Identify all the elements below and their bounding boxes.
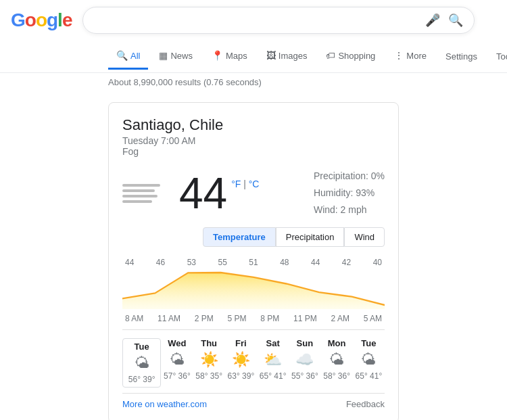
time-label-2: 2 PM bbox=[195, 314, 214, 323]
chart-label-6: 44 bbox=[311, 258, 320, 267]
nav-item-news[interactable]: ▦ News bbox=[151, 43, 201, 70]
nav-label-shopping: Shopping bbox=[338, 51, 375, 61]
chart-container: 44 46 53 55 51 48 44 42 40 bbox=[122, 258, 385, 319]
google-logo: Google bbox=[11, 9, 72, 31]
unit-f-link[interactable]: °F bbox=[231, 179, 241, 189]
wind-detail: Wind: 2 mph bbox=[314, 202, 385, 218]
time-label-3: 5 PM bbox=[228, 314, 247, 323]
time-label-5: 11 PM bbox=[293, 314, 317, 323]
day-temps-0: 56° 39° bbox=[128, 375, 155, 384]
chart-label-8: 40 bbox=[373, 258, 382, 267]
maps-icon: 📍 bbox=[212, 50, 223, 61]
chart-label-3: 55 bbox=[218, 258, 226, 267]
tools-label: Tools bbox=[496, 51, 507, 62]
day-icon-2: ☀️ bbox=[200, 351, 218, 369]
day-icon-6: 🌤 bbox=[329, 351, 344, 369]
time-label-4: 8 PM bbox=[260, 314, 279, 323]
temperature-display: 44 °F | °C bbox=[179, 172, 259, 215]
tab-precipitation[interactable]: Precipitation bbox=[276, 227, 345, 247]
day-item-2[interactable]: Thu ☀️ 58° 35° bbox=[193, 338, 225, 388]
more-icon: ⋮ bbox=[394, 50, 404, 61]
nav-label-more: More bbox=[406, 51, 427, 61]
nav-item-images[interactable]: 🖼 Images bbox=[258, 43, 316, 70]
nav-item-settings[interactable]: Settings bbox=[437, 45, 485, 68]
fog-line-4 bbox=[122, 200, 152, 203]
city-name: Santiago, Chile bbox=[122, 116, 385, 134]
day-item-0[interactable]: Tue 🌤 56° 39° bbox=[122, 338, 161, 388]
weather-card: Santiago, Chile Tuesday 7:00 AM Fog 44 °… bbox=[108, 102, 399, 420]
day-name-1: Wed bbox=[168, 338, 186, 348]
day-temps-5: 55° 36° bbox=[291, 371, 318, 381]
condition: Fog bbox=[122, 146, 385, 157]
day-name-3: Fri bbox=[235, 338, 247, 348]
day-temps-4: 65° 41° bbox=[260, 371, 287, 381]
nav-right: Settings Tools bbox=[437, 45, 507, 68]
nav-item-all[interactable]: 🔍 All bbox=[108, 43, 148, 70]
chart-label-4: 51 bbox=[249, 258, 258, 267]
time-label-0: 8 AM bbox=[125, 314, 143, 323]
chart-label-5: 48 bbox=[280, 258, 289, 267]
svg-marker-0 bbox=[122, 273, 385, 309]
day-item-4[interactable]: Sat ⛅ 65° 41° bbox=[257, 338, 289, 388]
chart-label-0: 44 bbox=[125, 258, 134, 267]
time-label-7: 5 AM bbox=[364, 314, 382, 323]
images-icon: 🖼 bbox=[266, 50, 276, 61]
day-item-7[interactable]: Tue 🌤 65° 41° bbox=[353, 338, 385, 388]
day-item-6[interactable]: Mon 🌤 58° 36° bbox=[321, 338, 353, 388]
chart-temp-labels: 44 46 53 55 51 48 44 42 40 bbox=[122, 258, 385, 267]
nav-label-news: News bbox=[170, 51, 193, 61]
feedback-link[interactable]: Feedback bbox=[346, 399, 385, 409]
humidity-detail: Humidity: 93% bbox=[314, 185, 385, 202]
tab-temperature[interactable]: Temperature bbox=[203, 227, 276, 247]
nav-item-maps[interactable]: 📍 Maps bbox=[203, 43, 256, 70]
weather-footer: More on weather.com Feedback bbox=[122, 393, 385, 409]
more-weather-link[interactable]: More on weather.com bbox=[122, 399, 207, 409]
fog-line-1 bbox=[122, 184, 160, 187]
nav-item-more[interactable]: ⋮ More bbox=[386, 43, 435, 70]
unit-c-link[interactable]: °C bbox=[249, 179, 260, 189]
mic-icon[interactable]: 🎤 bbox=[425, 13, 440, 28]
day-item-1[interactable]: Wed 🌤 57° 36° bbox=[161, 338, 193, 388]
search-icons: 🎤 🔍 bbox=[425, 13, 463, 28]
day-icon-0: 🌤 bbox=[135, 354, 149, 372]
day-temps-1: 57° 36° bbox=[164, 371, 191, 381]
day-name-0: Tue bbox=[135, 342, 149, 352]
nav-label-all: All bbox=[130, 51, 140, 61]
fog-icon bbox=[122, 184, 160, 203]
day-name-4: Sat bbox=[266, 338, 280, 348]
settings-label: Settings bbox=[445, 51, 477, 62]
day-item-3[interactable]: Fri ☀️ 63° 39° bbox=[225, 338, 257, 388]
day-icon-5: ☁️ bbox=[295, 351, 314, 369]
chart-label-2: 53 bbox=[187, 258, 196, 267]
day-temps-3: 63° 39° bbox=[228, 371, 255, 381]
search-icon[interactable]: 🔍 bbox=[448, 13, 463, 28]
time-label-6: 2 AM bbox=[331, 314, 349, 323]
weather-details: Precipitation: 0% Humidity: 93% Wind: 2 … bbox=[314, 168, 385, 219]
news-icon: ▦ bbox=[159, 50, 168, 61]
temp-row: 44 °F | °C Precipitation: 0% Humidity: 9… bbox=[122, 168, 385, 219]
day-name-2: Thu bbox=[201, 338, 217, 348]
tab-wind[interactable]: Wind bbox=[344, 227, 385, 247]
day-name-5: Sun bbox=[297, 338, 314, 348]
precipitation-detail: Precipitation: 0% bbox=[314, 168, 385, 185]
search-input[interactable]: weather santiago de chile bbox=[94, 14, 425, 26]
day-icon-7: 🌤 bbox=[361, 351, 376, 369]
day-icon-4: ⛅ bbox=[264, 351, 282, 369]
shopping-icon: 🏷 bbox=[326, 50, 335, 61]
chart-label-1: 46 bbox=[156, 258, 165, 267]
nav-item-shopping[interactable]: 🏷 Shopping bbox=[318, 43, 383, 70]
day-item-5[interactable]: Sun ☁️ 55° 36° bbox=[289, 338, 320, 388]
fog-line-2 bbox=[122, 189, 155, 192]
search-bar: weather santiago de chile 🎤 🔍 bbox=[82, 7, 475, 34]
nav-item-tools[interactable]: Tools bbox=[488, 45, 507, 68]
day-name-7: Tue bbox=[361, 338, 376, 348]
all-icon: 🔍 bbox=[116, 50, 128, 61]
header: Google weather santiago de chile 🎤 🔍 bbox=[0, 0, 507, 41]
day-temps-2: 58° 35° bbox=[195, 371, 222, 381]
nav-label-images: Images bbox=[279, 51, 308, 61]
fog-line-3 bbox=[122, 195, 158, 197]
date-time: Tuesday 7:00 AM bbox=[122, 135, 385, 146]
chart-tabs: Temperature Precipitation Wind bbox=[122, 227, 385, 247]
nav-label-maps: Maps bbox=[226, 51, 247, 61]
day-temps-6: 58° 36° bbox=[323, 371, 350, 381]
